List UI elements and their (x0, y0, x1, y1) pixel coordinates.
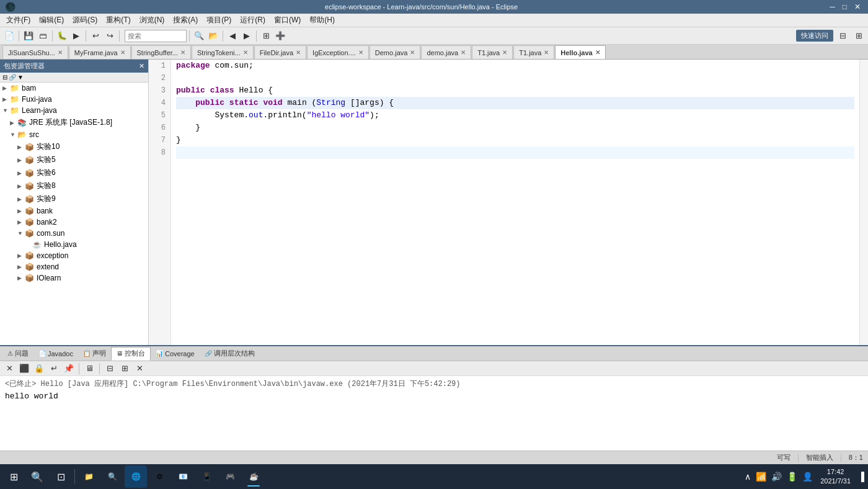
code-line[interactable]: System.out.println("hello world"); (176, 109, 854, 122)
tab-close-btn[interactable]: ✕ (58, 49, 63, 56)
tree-item[interactable]: ▶📦实验9 (0, 192, 148, 205)
editor-tab-6[interactable]: Demo.java✕ (370, 45, 421, 59)
taskbar-mail[interactable]: 📧 (172, 465, 194, 488)
close-console-btn[interactable]: ✕ (133, 362, 146, 375)
tab-close-btn[interactable]: ✕ (180, 49, 185, 56)
sidebar-link-btn[interactable]: 🔗 (9, 74, 16, 81)
tab-close-btn[interactable]: ✕ (461, 49, 466, 56)
show-desktop-btn[interactable]: ▐ (857, 472, 866, 482)
editor-tab-0[interactable]: JiSuanSuShu...✕ (2, 45, 68, 59)
task-view-btn[interactable]: ⊡ (50, 465, 72, 488)
tree-item[interactable]: ▶📦extend (0, 261, 148, 272)
maximize-panel-btn[interactable]: ⊞ (852, 29, 866, 43)
tree-item[interactable]: ▼📦com.sun (0, 228, 148, 239)
code-editor[interactable]: 12345678 package com.sun; public class H… (149, 60, 868, 345)
maximize-console-btn[interactable]: ⊞ (118, 362, 131, 375)
tray-chevron[interactable]: ∧ (743, 472, 752, 482)
open-type-btn[interactable]: 🔍 (192, 29, 206, 43)
code-line[interactable]: package com.sun; (176, 60, 854, 72)
minimize-console-btn[interactable]: ⊟ (103, 362, 117, 375)
editor-tab-4[interactable]: FileDir.java✕ (254, 45, 306, 59)
menu-item[interactable]: 窗口(W) (270, 14, 304, 27)
tree-item[interactable]: ▶📁bam (0, 83, 148, 94)
tree-item[interactable]: ▶📦实验8 (0, 179, 148, 192)
tree-item[interactable]: ▼📂src (0, 129, 148, 140)
code-line[interactable] (176, 146, 854, 159)
sidebar-menu-btn[interactable]: ▼ (17, 74, 24, 81)
tree-item[interactable]: ▶📦bank2 (0, 217, 148, 228)
terminate-btn[interactable]: ⬛ (17, 362, 31, 375)
editor-tab-7[interactable]: demo.java✕ (421, 45, 471, 59)
save-all-btn[interactable]: 🗃 (36, 29, 50, 43)
word-wrap-btn[interactable]: ↵ (47, 362, 61, 375)
bottom-tab-Coverage[interactable]: 📊Coverage (151, 347, 200, 361)
prev-edit-btn[interactable]: ◀ (226, 29, 239, 43)
redo-btn[interactable]: ↪ (103, 29, 117, 43)
bottom-tab-声明[interactable]: 📋声明 (78, 347, 111, 361)
menu-item[interactable]: 运行(R) (236, 14, 269, 27)
tree-item[interactable]: ▶📦bank (0, 205, 148, 217)
menu-item[interactable]: 项目(P) (203, 14, 235, 27)
pin-console-btn[interactable]: 📌 (62, 362, 76, 375)
open-console-btn[interactable]: 🖥 (82, 362, 96, 375)
editor-tab-1[interactable]: MyFrame.java✕ (69, 45, 131, 59)
editor-tab-10[interactable]: Hello.java✕ (555, 45, 605, 59)
taskbar-search2[interactable]: 🔍 (101, 465, 123, 488)
tab-close-btn[interactable]: ✕ (410, 49, 415, 56)
undo-btn[interactable]: ↩ (89, 29, 102, 43)
perspective-btn[interactable]: ⊞ (259, 29, 273, 43)
tree-item[interactable]: ▶📦实验10 (0, 140, 148, 153)
taskbar-explorer[interactable]: 📁 (78, 465, 100, 488)
menu-item[interactable]: 浏览(N) (136, 14, 169, 27)
taskbar-game[interactable]: 🎮 (219, 465, 241, 488)
editor-tab-8[interactable]: T1.java✕ (472, 45, 513, 59)
menu-item[interactable]: 文件(F) (2, 14, 34, 27)
code-line[interactable]: } (176, 122, 854, 134)
new-btn[interactable]: 📄 (2, 29, 16, 43)
clock[interactable]: 17:42 2021/7/31 (817, 467, 854, 487)
editor-tab-9[interactable]: T1.java✕ (513, 45, 554, 59)
tree-item[interactable]: ▶📦实验5 (0, 153, 148, 166)
menu-item[interactable]: 帮助(H) (306, 14, 339, 27)
quick-access-btn[interactable]: 快速访问 (796, 30, 833, 42)
editor-tab-3[interactable]: StringTokeni...✕ (192, 45, 254, 59)
menu-item[interactable]: 源码(S) (69, 14, 101, 27)
minimize-btn[interactable]: ─ (827, 2, 838, 11)
code-line[interactable] (176, 72, 854, 84)
tree-item[interactable]: ▶📦exception (0, 250, 148, 261)
tree-item[interactable]: ☕Hello.java (0, 239, 148, 250)
tab-close-btn[interactable]: ✕ (120, 49, 125, 56)
next-edit-btn[interactable]: ▶ (240, 29, 254, 43)
tree-item[interactable]: ▶📦IOlearn (0, 272, 148, 284)
tab-close-btn[interactable]: ✕ (544, 49, 549, 56)
clear-console-btn[interactable]: ✕ (2, 362, 16, 375)
bottom-tab-调用层次结构[interactable]: 🔗调用层次结构 (200, 347, 260, 361)
tree-item[interactable]: ▶📦实验6 (0, 166, 148, 179)
menu-item[interactable]: 重构(T) (102, 14, 134, 27)
editor-tab-5[interactable]: IgException....✕ (307, 45, 369, 59)
tree-item[interactable]: ▼📁Learn-java (0, 105, 148, 116)
editor-tab-2[interactable]: StringBuffer...✕ (131, 45, 191, 59)
code-line[interactable]: } (176, 134, 854, 146)
run-btn[interactable]: ▶ (69, 29, 83, 43)
code-content[interactable]: package com.sun; public class Hello { pu… (171, 60, 859, 345)
tray-volume[interactable]: 🔊 (770, 472, 783, 482)
tray-battery[interactable]: 🔋 (786, 472, 799, 482)
save-btn[interactable]: 💾 (22, 29, 35, 43)
taskbar-browser[interactable]: 🌐 (125, 465, 147, 488)
tab-close-btn[interactable]: ✕ (502, 49, 507, 56)
taskbar-settings[interactable]: ⚙ (148, 465, 170, 488)
code-line[interactable]: public class Hello { (176, 84, 854, 97)
start-btn[interactable]: ⊞ (2, 465, 25, 488)
sidebar-close[interactable]: ✕ (139, 62, 144, 70)
maximize-btn[interactable]: □ (840, 2, 849, 11)
open-perspective-btn[interactable]: ➕ (273, 29, 287, 43)
tab-close-btn[interactable]: ✕ (243, 49, 248, 56)
tree-item[interactable]: ▶📚JRE 系统库 [JavaSE-1.8] (0, 116, 148, 129)
tab-close-btn[interactable]: ✕ (296, 49, 301, 56)
open-resource-btn[interactable]: 📂 (206, 29, 220, 43)
tray-network[interactable]: 📶 (755, 472, 768, 482)
sidebar-collapse-btn[interactable]: ⊟ (2, 74, 7, 81)
scroll-lock-btn[interactable]: 🔒 (32, 362, 46, 375)
debug-btn[interactable]: 🐛 (55, 29, 69, 43)
